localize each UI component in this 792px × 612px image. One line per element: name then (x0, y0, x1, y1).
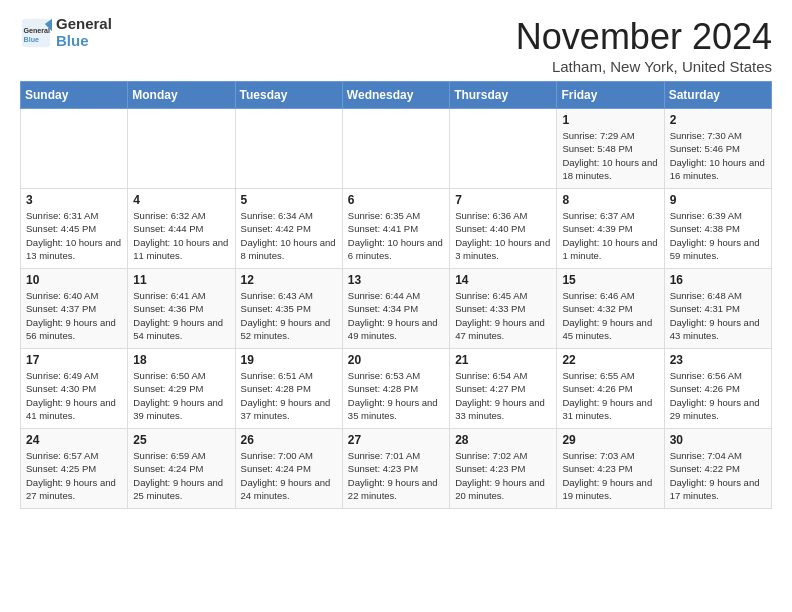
calendar-day-cell: 17Sunrise: 6:49 AM Sunset: 4:30 PM Dayli… (21, 349, 128, 429)
calendar-day-cell (235, 109, 342, 189)
calendar-day-cell: 22Sunrise: 6:55 AM Sunset: 4:26 PM Dayli… (557, 349, 664, 429)
day-info: Sunrise: 6:45 AM Sunset: 4:33 PM Dayligh… (455, 289, 551, 342)
day-info: Sunrise: 6:37 AM Sunset: 4:39 PM Dayligh… (562, 209, 658, 262)
day-info: Sunrise: 7:01 AM Sunset: 4:23 PM Dayligh… (348, 449, 444, 502)
day-of-week-header: Sunday (21, 82, 128, 109)
day-number: 23 (670, 353, 766, 367)
calendar-week-row: 3Sunrise: 6:31 AM Sunset: 4:45 PM Daylig… (21, 189, 772, 269)
day-number: 27 (348, 433, 444, 447)
day-of-week-header: Monday (128, 82, 235, 109)
day-info: Sunrise: 6:51 AM Sunset: 4:28 PM Dayligh… (241, 369, 337, 422)
day-info: Sunrise: 6:50 AM Sunset: 4:29 PM Dayligh… (133, 369, 229, 422)
calendar-day-cell: 4Sunrise: 6:32 AM Sunset: 4:44 PM Daylig… (128, 189, 235, 269)
calendar-day-cell: 26Sunrise: 7:00 AM Sunset: 4:24 PM Dayli… (235, 429, 342, 509)
calendar-day-cell: 23Sunrise: 6:56 AM Sunset: 4:26 PM Dayli… (664, 349, 771, 429)
calendar-body: 1Sunrise: 7:29 AM Sunset: 5:48 PM Daylig… (21, 109, 772, 509)
day-number: 12 (241, 273, 337, 287)
day-number: 19 (241, 353, 337, 367)
day-info: Sunrise: 6:59 AM Sunset: 4:24 PM Dayligh… (133, 449, 229, 502)
day-info: Sunrise: 7:04 AM Sunset: 4:22 PM Dayligh… (670, 449, 766, 502)
day-info: Sunrise: 6:49 AM Sunset: 4:30 PM Dayligh… (26, 369, 122, 422)
calendar-day-cell: 6Sunrise: 6:35 AM Sunset: 4:41 PM Daylig… (342, 189, 449, 269)
day-number: 25 (133, 433, 229, 447)
calendar-day-cell: 9Sunrise: 6:39 AM Sunset: 4:38 PM Daylig… (664, 189, 771, 269)
day-number: 7 (455, 193, 551, 207)
calendar-day-cell: 2Sunrise: 7:30 AM Sunset: 5:46 PM Daylig… (664, 109, 771, 189)
location: Latham, New York, United States (516, 58, 772, 75)
day-info: Sunrise: 6:44 AM Sunset: 4:34 PM Dayligh… (348, 289, 444, 342)
calendar-day-cell: 7Sunrise: 6:36 AM Sunset: 4:40 PM Daylig… (450, 189, 557, 269)
header-row: SundayMondayTuesdayWednesdayThursdayFrid… (21, 82, 772, 109)
day-info: Sunrise: 6:41 AM Sunset: 4:36 PM Dayligh… (133, 289, 229, 342)
day-number: 30 (670, 433, 766, 447)
day-info: Sunrise: 6:32 AM Sunset: 4:44 PM Dayligh… (133, 209, 229, 262)
day-number: 10 (26, 273, 122, 287)
day-info: Sunrise: 7:29 AM Sunset: 5:48 PM Dayligh… (562, 129, 658, 182)
calendar-day-cell: 19Sunrise: 6:51 AM Sunset: 4:28 PM Dayli… (235, 349, 342, 429)
day-info: Sunrise: 6:46 AM Sunset: 4:32 PM Dayligh… (562, 289, 658, 342)
day-of-week-header: Saturday (664, 82, 771, 109)
calendar-day-cell: 16Sunrise: 6:48 AM Sunset: 4:31 PM Dayli… (664, 269, 771, 349)
day-of-week-header: Thursday (450, 82, 557, 109)
day-number: 6 (348, 193, 444, 207)
day-number: 3 (26, 193, 122, 207)
calendar-day-cell: 24Sunrise: 6:57 AM Sunset: 4:25 PM Dayli… (21, 429, 128, 509)
calendar-day-cell: 14Sunrise: 6:45 AM Sunset: 4:33 PM Dayli… (450, 269, 557, 349)
day-info: Sunrise: 6:56 AM Sunset: 4:26 PM Dayligh… (670, 369, 766, 422)
day-info: Sunrise: 6:39 AM Sunset: 4:38 PM Dayligh… (670, 209, 766, 262)
logo-general-text: General (56, 16, 112, 33)
calendar-day-cell: 5Sunrise: 6:34 AM Sunset: 4:42 PM Daylig… (235, 189, 342, 269)
month-title: November 2024 (516, 16, 772, 58)
calendar-day-cell: 25Sunrise: 6:59 AM Sunset: 4:24 PM Dayli… (128, 429, 235, 509)
day-number: 5 (241, 193, 337, 207)
day-info: Sunrise: 6:35 AM Sunset: 4:41 PM Dayligh… (348, 209, 444, 262)
day-info: Sunrise: 7:30 AM Sunset: 5:46 PM Dayligh… (670, 129, 766, 182)
calendar-day-cell: 11Sunrise: 6:41 AM Sunset: 4:36 PM Dayli… (128, 269, 235, 349)
day-info: Sunrise: 6:36 AM Sunset: 4:40 PM Dayligh… (455, 209, 551, 262)
day-info: Sunrise: 6:31 AM Sunset: 4:45 PM Dayligh… (26, 209, 122, 262)
calendar-day-cell: 8Sunrise: 6:37 AM Sunset: 4:39 PM Daylig… (557, 189, 664, 269)
calendar-day-cell: 18Sunrise: 6:50 AM Sunset: 4:29 PM Dayli… (128, 349, 235, 429)
svg-text:General: General (24, 27, 51, 35)
calendar-week-row: 10Sunrise: 6:40 AM Sunset: 4:37 PM Dayli… (21, 269, 772, 349)
calendar-header: SundayMondayTuesdayWednesdayThursdayFrid… (21, 82, 772, 109)
day-number: 16 (670, 273, 766, 287)
calendar-day-cell: 27Sunrise: 7:01 AM Sunset: 4:23 PM Dayli… (342, 429, 449, 509)
day-number: 21 (455, 353, 551, 367)
logo-blue-text: Blue (56, 33, 112, 50)
day-number: 2 (670, 113, 766, 127)
day-info: Sunrise: 7:00 AM Sunset: 4:24 PM Dayligh… (241, 449, 337, 502)
calendar-week-row: 1Sunrise: 7:29 AM Sunset: 5:48 PM Daylig… (21, 109, 772, 189)
svg-text:Blue: Blue (24, 35, 39, 43)
day-number: 28 (455, 433, 551, 447)
day-number: 20 (348, 353, 444, 367)
calendar-day-cell: 15Sunrise: 6:46 AM Sunset: 4:32 PM Dayli… (557, 269, 664, 349)
day-number: 29 (562, 433, 658, 447)
day-info: Sunrise: 7:02 AM Sunset: 4:23 PM Dayligh… (455, 449, 551, 502)
day-number: 22 (562, 353, 658, 367)
calendar-day-cell (450, 109, 557, 189)
page-header: General Blue General Blue November 2024 … (20, 16, 772, 75)
calendar-day-cell: 29Sunrise: 7:03 AM Sunset: 4:23 PM Dayli… (557, 429, 664, 509)
day-number: 1 (562, 113, 658, 127)
day-number: 8 (562, 193, 658, 207)
day-number: 14 (455, 273, 551, 287)
calendar-day-cell: 20Sunrise: 6:53 AM Sunset: 4:28 PM Dayli… (342, 349, 449, 429)
calendar-day-cell: 12Sunrise: 6:43 AM Sunset: 4:35 PM Dayli… (235, 269, 342, 349)
day-info: Sunrise: 6:43 AM Sunset: 4:35 PM Dayligh… (241, 289, 337, 342)
day-info: Sunrise: 6:54 AM Sunset: 4:27 PM Dayligh… (455, 369, 551, 422)
calendar-day-cell: 13Sunrise: 6:44 AM Sunset: 4:34 PM Dayli… (342, 269, 449, 349)
day-of-week-header: Wednesday (342, 82, 449, 109)
calendar-day-cell: 28Sunrise: 7:02 AM Sunset: 4:23 PM Dayli… (450, 429, 557, 509)
day-number: 9 (670, 193, 766, 207)
day-of-week-header: Tuesday (235, 82, 342, 109)
day-number: 13 (348, 273, 444, 287)
logo-icon: General Blue (20, 17, 52, 49)
calendar-day-cell: 10Sunrise: 6:40 AM Sunset: 4:37 PM Dayli… (21, 269, 128, 349)
day-info: Sunrise: 6:48 AM Sunset: 4:31 PM Dayligh… (670, 289, 766, 342)
day-number: 17 (26, 353, 122, 367)
calendar-day-cell: 21Sunrise: 6:54 AM Sunset: 4:27 PM Dayli… (450, 349, 557, 429)
day-of-week-header: Friday (557, 82, 664, 109)
day-number: 26 (241, 433, 337, 447)
calendar-day-cell: 1Sunrise: 7:29 AM Sunset: 5:48 PM Daylig… (557, 109, 664, 189)
